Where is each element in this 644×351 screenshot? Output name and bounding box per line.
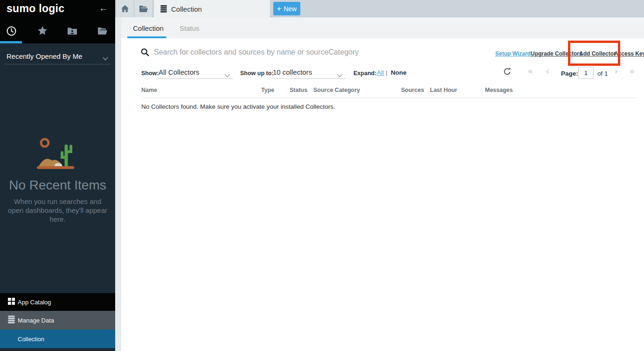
collapse-sidebar-icon[interactable]: ←: [99, 3, 108, 14]
search-input[interactable]: [154, 47, 462, 58]
next-page-button[interactable]: ›: [615, 66, 617, 76]
last-page-button[interactable]: »: [630, 66, 635, 76]
library-folder-icon[interactable]: [97, 25, 109, 36]
expand-label: Expand:: [353, 70, 376, 77]
home-icon: [121, 5, 129, 12]
desert-empty-state-illustration: [36, 136, 78, 172]
subtab-row: Collection Status: [121, 17, 644, 38]
sidebar-header: sumo logic ←: [0, 0, 115, 43]
active-nav-indicator: [0, 41, 22, 43]
sidebar-item-label: Collection: [18, 336, 44, 343]
search-icon: [141, 48, 149, 58]
show-up-to-dropdown-value: 10 collectors: [273, 68, 312, 76]
library-tab-button[interactable]: [134, 0, 153, 17]
sidebar-item-manage-data[interactable]: Manage Data: [0, 311, 115, 330]
main-area: Collection + New Collection Status Setup…: [115, 0, 644, 351]
new-button-label: New: [284, 5, 297, 13]
separator: |: [386, 70, 388, 76]
add-collector-link[interactable]: Add Collector: [579, 50, 616, 57]
access-keys-link[interactable]: Access Keys: [614, 50, 644, 57]
page-number-input[interactable]: [578, 67, 594, 79]
new-button[interactable]: + New: [273, 2, 300, 15]
recent-opened-dropdown[interactable]: Recently Opened By Me: [7, 52, 109, 60]
show-dropdown[interactable]: All Collectors: [158, 67, 233, 79]
content-gutter: [115, 17, 121, 351]
column-header-messages[interactable]: Messages: [485, 87, 513, 93]
sidebar-item-app-catalog[interactable]: App Catalog: [0, 293, 115, 311]
app-catalog-grid-icon: [8, 298, 15, 306]
folder-icon: [139, 6, 148, 12]
show-up-to-label: Show up to:: [240, 70, 274, 77]
plus-icon: +: [277, 5, 281, 13]
page-label: Page:: [561, 70, 578, 77]
column-header-source-category[interactable]: Source Category: [313, 87, 360, 93]
column-header-type[interactable]: Type: [261, 87, 274, 93]
collection-content: Setup Wizard Upgrade Collectors Add Coll…: [121, 38, 644, 351]
page-count-label: of 1: [597, 70, 608, 77]
refresh-icon[interactable]: [504, 68, 511, 77]
no-recent-items-caption: When you run searches and open dashboard…: [5, 197, 110, 224]
subtab-status[interactable]: Status: [180, 17, 200, 38]
first-page-button[interactable]: «: [528, 66, 533, 76]
database-icon: [8, 316, 15, 325]
chevron-down-icon: [103, 54, 108, 62]
database-icon: [160, 5, 167, 13]
sumo-logic-logo: sumo logic: [7, 2, 64, 15]
recent-clock-icon[interactable]: [5, 25, 17, 36]
column-header-sources[interactable]: Sources: [401, 87, 424, 93]
top-tab-bar: Collection + New: [115, 0, 644, 17]
expand-none-link[interactable]: None: [391, 69, 407, 76]
show-up-to-dropdown[interactable]: 10 collectors: [272, 67, 346, 79]
column-header-last-hour[interactable]: Last Hour: [430, 87, 457, 93]
chevron-down-icon: [337, 71, 343, 79]
sidebar-item-label: Manage Data: [18, 317, 54, 324]
sidebar: sumo logic ← Recently Opened By Me: [0, 0, 115, 351]
previous-page-button[interactable]: ‹: [546, 66, 549, 76]
empty-table-message: No Collectors found. Make sure you activ…: [141, 103, 335, 110]
expand-all-link[interactable]: All: [377, 69, 384, 76]
sidebar-item-label: App Catalog: [18, 299, 51, 306]
recent-opened-label: Recently Opened By Me: [7, 52, 83, 60]
sidebar-divider: [5, 64, 111, 64]
setup-wizard-link[interactable]: Setup Wizard: [495, 50, 531, 57]
no-recent-items-title: No Recent Items: [0, 178, 115, 193]
sidebar-item-collection-selected[interactable]: Collection: [0, 330, 115, 348]
show-label: Show:: [141, 70, 159, 77]
favorites-star-icon[interactable]: [36, 25, 48, 36]
column-header-status[interactable]: Status: [290, 87, 307, 93]
chevron-down-icon: [224, 71, 230, 79]
upgrade-collectors-link[interactable]: Upgrade Collectors: [531, 50, 582, 57]
home-button[interactable]: [116, 0, 134, 17]
table-header-divider: [141, 98, 637, 98]
subtab-collection[interactable]: Collection: [133, 17, 164, 38]
column-header-name[interactable]: Name: [141, 87, 157, 93]
shared-folder-user-icon[interactable]: [66, 25, 78, 36]
tab-label: Collection: [171, 5, 202, 13]
show-dropdown-value: All Collectors: [159, 68, 200, 76]
tab-collection[interactable]: Collection: [154, 0, 270, 18]
